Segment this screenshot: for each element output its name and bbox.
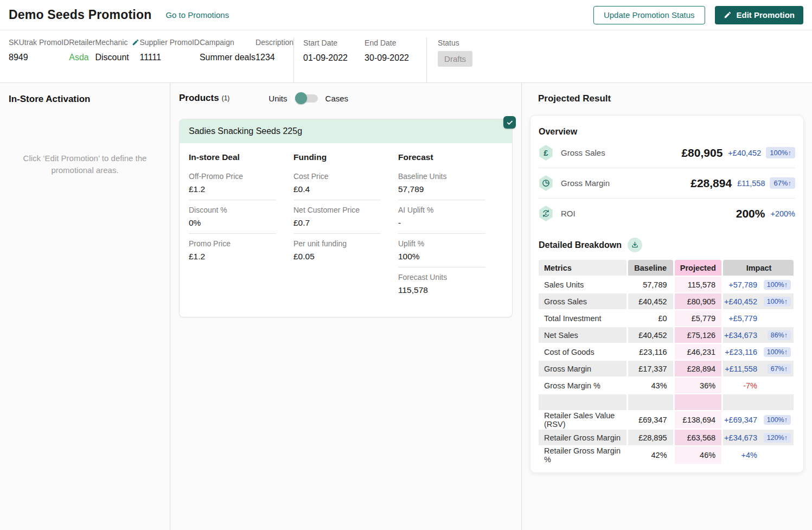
info-field: Retailer Asda (69, 37, 95, 82)
product-field-value: £0.05 (293, 252, 381, 261)
units-label: Units (268, 94, 287, 103)
projected-value: £5,779 (675, 310, 722, 326)
product-field: Uplift % 100% (398, 236, 485, 267)
in-store-activation-panel: In-Store Activation Click ‘Edit Promotio… (0, 83, 170, 530)
info-field-label: Supplier PromoID (139, 38, 200, 47)
update-promotion-status-button[interactable]: Update Promotion Status (593, 6, 705, 24)
info-field: Mechanic Discount (95, 37, 140, 82)
impact-value: +£69,347 (724, 416, 757, 424)
overview-row: £ ROI 200% +200% (539, 199, 795, 228)
projected-result-card: Overview £ Gross Sales £80,905 +£40,452 … (530, 115, 804, 473)
roi-cycle-icon: £ (539, 206, 553, 221)
impact-value: +57,789 (728, 280, 757, 289)
projected-result-panel: Projected Result Overview £ Gross Sales … (522, 83, 812, 530)
product-field: Per unit funding £0.05 (293, 236, 381, 267)
info-field: Supplier PromoID 11111 (139, 37, 200, 82)
overview-metric-label: Gross Sales (561, 148, 605, 157)
in-store-activation-title: In-Store Activation (9, 94, 161, 105)
projected-value: £46,231 (675, 344, 722, 360)
info-field-label: Campaign (200, 38, 234, 47)
product-name: Sadies Snacking Seeds 225g (180, 119, 512, 143)
breakdown-row: Cost of Goods £23,116 £46,231 +£23,116 1… (539, 344, 794, 360)
metric-name: Gross Margin % (539, 378, 626, 393)
svg-text:£: £ (545, 212, 547, 215)
breakdown-row (539, 394, 794, 410)
product-field-value: £1.2 (189, 252, 276, 261)
baseline-value (628, 394, 673, 410)
impact-badge: 100%↑ (764, 280, 791, 290)
overview-metric-value: 200% (736, 207, 765, 220)
impact-badge: 100%↑ (764, 415, 791, 425)
info-field-label: Mechanic (95, 38, 128, 47)
overview-row: £ Gross Sales £80,905 +£40,452 100%↑ (539, 138, 795, 168)
product-selected-checkbox[interactable] (503, 116, 516, 129)
breakdown-header-row: Metrics Baseline Projected Impact (539, 260, 794, 276)
baseline-value: £40,452 (628, 293, 673, 309)
projected-value: 46% (675, 446, 722, 464)
info-field-value: Discount (95, 53, 140, 62)
impact-value: +4% (741, 451, 757, 459)
baseline-value: £28,895 (628, 430, 673, 445)
detailed-breakdown-title: Detailed Breakdown (539, 240, 622, 250)
units-cases-toggle[interactable] (295, 94, 318, 103)
product-field-value: 100% (398, 252, 485, 261)
projected-value: £63,568 (675, 430, 722, 445)
overview-metric-delta: +£40,452 (728, 149, 761, 157)
info-field: Campaign Summer deals (200, 37, 255, 82)
impact-badge: 100%↑ (764, 347, 791, 357)
baseline-value: £40,452 (628, 327, 673, 343)
overview-metric-badge: 100%↑ (766, 147, 795, 158)
projected-value: £28,894 (675, 361, 722, 376)
product-field-value: 115,578 (398, 285, 485, 295)
download-breakdown-button[interactable] (628, 238, 642, 252)
projected-value: £138,694 (675, 411, 722, 429)
products-panel: Products (1) Units Cases Sadies Snacking… (170, 83, 522, 530)
impact-badge: 100%↑ (764, 297, 791, 306)
status-badge: Drafts (438, 51, 472, 67)
info-field: SKUtrak PromoID 8949 (9, 37, 69, 82)
products-title: Products (179, 93, 219, 104)
overview-metric-badge: 67%↑ (770, 177, 795, 189)
toggle-knob[interactable] (295, 92, 307, 104)
edit-mechanic-pencil-icon[interactable] (132, 39, 139, 46)
overview-metric-value: £80,905 (681, 146, 723, 159)
product-field: Off-Promo Price £1.2 (189, 169, 276, 200)
info-fields: SKUtrak PromoID 8949 Retailer Asda Mecha… (9, 37, 293, 82)
column-title: In-store Deal (189, 152, 276, 162)
overview-title: Overview (539, 127, 795, 137)
go-to-promotions-link[interactable]: Go to Promotions (165, 10, 229, 20)
baseline-value: £17,337 (628, 361, 673, 376)
download-icon (631, 241, 639, 249)
metric-name: Retailer Sales Value (RSV) (539, 411, 626, 429)
projected-value: 36% (675, 378, 722, 393)
product-field-label: Forecast Units (398, 273, 485, 282)
product-detail-column: Forecast Baseline Units 57,789 AI Uplif (398, 152, 503, 303)
impact-value: +£11,558 (725, 365, 757, 373)
product-field: Promo Price £1.2 (189, 236, 276, 267)
info-field-value: 11111 (139, 53, 200, 62)
info-field-label: Description (255, 38, 293, 47)
metric-name: Net Sales (539, 327, 626, 343)
overview-metric-value: £28,894 (690, 177, 732, 190)
pie-chart-icon (539, 175, 553, 191)
projected-value: £80,905 (675, 293, 722, 309)
col-projected: Projected (675, 260, 722, 276)
column-title: Forecast (398, 152, 485, 162)
product-field: Net Customer Price £0.7 (293, 202, 381, 234)
projected-value: 115,578 (675, 277, 722, 292)
impact-value: +£40,452 (724, 297, 757, 306)
impact-badge: 120%↑ (764, 433, 791, 443)
column-title: Funding (293, 152, 381, 162)
product-field-label: Baseline Units (398, 172, 485, 181)
product-field-label: AI Uplift % (398, 206, 485, 214)
breakdown-row: Sales Units 57,789 115,578 +57,789 100%↑ (539, 277, 794, 292)
product-field-label: Cost Price (293, 172, 381, 181)
promotion-info-bar: SKUtrak PromoID 8949 Retailer Asda Mecha… (0, 30, 812, 83)
col-metrics: Metrics (539, 260, 626, 276)
baseline-value: £0 (628, 310, 673, 326)
product-field: Baseline Units 57,789 (398, 169, 485, 200)
edit-promotion-button[interactable]: Edit Promotion (715, 6, 804, 24)
top-header: Demo Seeds Promotion Go to Promotions Up… (0, 0, 812, 30)
metric-name (539, 394, 626, 410)
info-field-label: SKUtrak PromoID (9, 38, 69, 47)
